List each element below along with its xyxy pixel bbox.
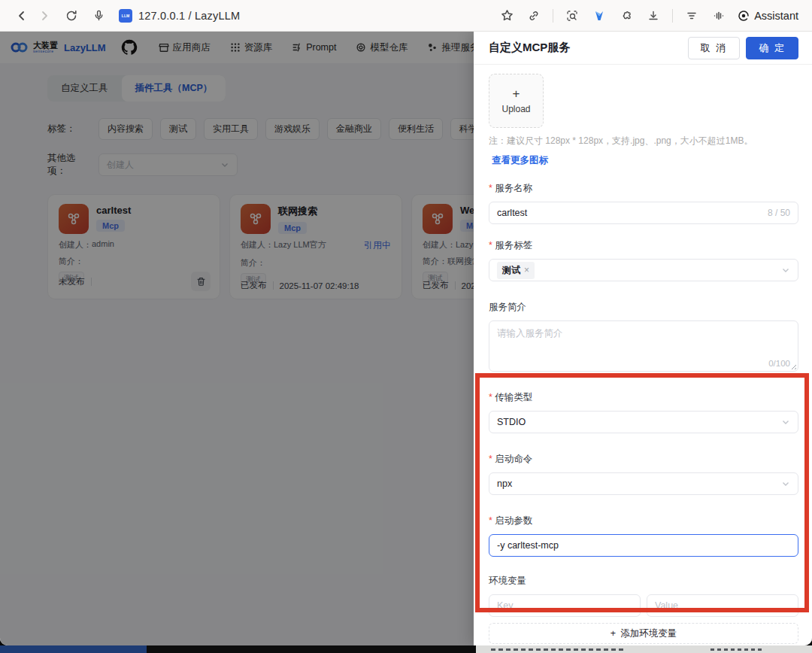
custom-mcp-drawer: 自定义MCP服务 取 消 确 定 + Upload 注：建议尺寸 128px *… xyxy=(474,32,812,645)
cancel-button[interactable]: 取 消 xyxy=(688,37,741,59)
capture-search-icon[interactable] xyxy=(561,5,583,27)
background-text-marks xyxy=(710,648,763,651)
reload-button[interactable] xyxy=(60,5,83,27)
env-value-field xyxy=(647,594,798,617)
launch-command-select[interactable] xyxy=(489,472,798,495)
browser-toolbar: LLM 127.0.0.1 / LazyLLM xyxy=(0,0,812,32)
microphone-icon[interactable] xyxy=(87,5,110,27)
drawer-header: 自定义MCP服务 取 消 确 定 xyxy=(474,32,812,65)
background-text-marks xyxy=(491,648,626,651)
confirm-button[interactable]: 确 定 xyxy=(746,37,798,59)
launch-command-value xyxy=(497,478,781,489)
assistant-label: Assistant xyxy=(754,10,798,22)
extensions-puzzle-icon[interactable] xyxy=(615,5,638,27)
app-page: 大装置sensecore LazyLLM 应用商店 资源库 Prompt xyxy=(0,32,812,645)
service-tags-label: 服务标签 xyxy=(489,239,798,252)
forward-button[interactable] xyxy=(33,5,56,27)
transport-type-value xyxy=(497,417,781,427)
name-char-counter: 8 / 50 xyxy=(768,208,790,218)
service-intro-textarea[interactable] xyxy=(489,321,798,371)
env-value-input[interactable] xyxy=(655,600,790,611)
upload-dropzone[interactable]: + Upload xyxy=(489,74,544,128)
chevron-down-icon xyxy=(781,266,790,275)
transport-type-select[interactable] xyxy=(489,411,798,433)
background-statusbar-light xyxy=(476,645,812,653)
service-intro-label: 服务简介 xyxy=(489,301,798,314)
launch-args-input[interactable] xyxy=(497,540,790,551)
drawer-body: + Upload 注：建议尺寸 128px * 128px，支持.jpg、.pn… xyxy=(474,65,812,645)
env-key-field xyxy=(489,594,641,617)
service-tags-select[interactable]: 测试 × xyxy=(489,259,798,281)
url-text[interactable]: 127.0.0.1 / LazyLLM xyxy=(138,10,240,22)
launch-command-label: 启动命令 xyxy=(489,453,798,466)
plus-icon: + xyxy=(513,87,520,100)
add-env-var-button[interactable]: + 添加环境变量 xyxy=(489,623,798,644)
site-favicon: LLM xyxy=(119,9,132,23)
remove-tag-icon[interactable]: × xyxy=(524,265,529,275)
reading-list-icon[interactable] xyxy=(680,5,703,27)
env-key-input[interactable] xyxy=(497,600,632,611)
env-vars-label: 环境变量 xyxy=(489,575,798,588)
background-statusbar-blue xyxy=(0,645,147,653)
tag-chip-test: 测试 × xyxy=(497,262,535,279)
service-name-field: 8 / 50 xyxy=(489,202,798,224)
service-name-input[interactable] xyxy=(497,208,762,218)
service-name-label: 服务名称 xyxy=(489,182,798,195)
launch-args-field xyxy=(489,534,798,557)
upload-note: 注：建议尺寸 128px * 128px，支持.jpg、.png，大小不超过1M… xyxy=(489,135,798,147)
chevron-down-icon xyxy=(781,479,790,488)
service-intro-field: 0/100 xyxy=(489,320,798,372)
assistant-button[interactable]: Assistant xyxy=(735,10,801,22)
toolbar-divider xyxy=(672,9,673,23)
launch-args-label: 启动参数 xyxy=(489,515,798,527)
drawer-title: 自定义MCP服务 xyxy=(489,41,570,55)
intro-char-counter: 0/100 xyxy=(768,359,790,368)
add-env-label: 添加环境变量 xyxy=(620,627,677,640)
env-var-row xyxy=(489,594,798,617)
extension-v-icon[interactable] xyxy=(588,5,611,27)
browser-window: LLM 127.0.0.1 / LazyLLM xyxy=(0,0,812,645)
upload-label: Upload xyxy=(501,104,530,114)
transport-type-label: 传输类型 xyxy=(489,391,798,404)
background-window-strip xyxy=(0,645,812,653)
copy-link-icon[interactable] xyxy=(523,5,545,27)
back-button[interactable] xyxy=(11,5,33,27)
bookmark-star-icon[interactable] xyxy=(495,5,518,27)
plus-icon: + xyxy=(611,628,616,639)
sidebar-waveform-icon[interactable] xyxy=(707,5,730,27)
more-icons-link[interactable]: 查看更多图标 xyxy=(492,154,548,167)
chevron-down-icon xyxy=(781,418,790,427)
toolbar-divider xyxy=(553,9,553,23)
downloads-icon[interactable] xyxy=(642,5,665,27)
